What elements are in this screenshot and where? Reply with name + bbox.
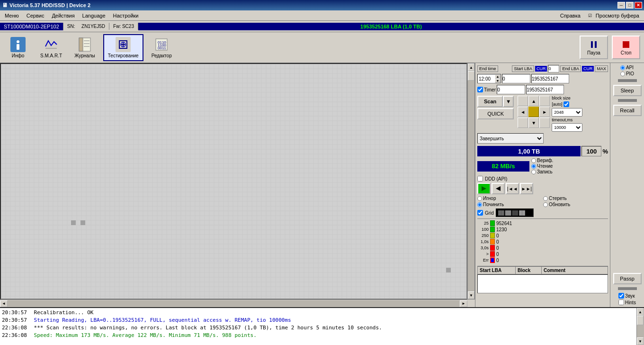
timer-end-input[interactable]	[526, 85, 564, 94]
count-gt: 0	[496, 252, 499, 257]
time-input[interactable]	[478, 74, 495, 83]
menu-item-help[interactable]: Справка	[556, 12, 584, 19]
grid-checkbox[interactable]	[477, 210, 483, 216]
play-icon	[481, 185, 487, 192]
log-scroll-up[interactable]: ▲	[637, 308, 644, 316]
menu-item-service[interactable]: Сервис	[23, 12, 48, 19]
timer-row: Timer	[477, 85, 608, 94]
dir-center-button[interactable]	[528, 107, 539, 117]
block-size-select[interactable]: 2048	[552, 108, 582, 117]
speed-3s-label: 3,0s	[477, 245, 489, 250]
verify-radio[interactable]	[531, 158, 536, 163]
log-scroll-down[interactable]: ▼	[637, 337, 644, 345]
editor-icon: 0110 1100 0011	[154, 37, 169, 52]
erase-radio[interactable]	[543, 196, 548, 201]
sleep-button[interactable]: Sleep	[613, 85, 642, 96]
test-button[interactable]: Тестирование	[103, 34, 143, 61]
direction-pad: ▲ ◄ ► ▼	[518, 96, 550, 128]
maximize-button[interactable]: □	[626, 2, 634, 9]
write-radio[interactable]	[531, 170, 536, 174]
menu-item-settings[interactable]: Настройки	[109, 12, 143, 19]
update-row: Обновить	[543, 202, 608, 207]
start-lba-input[interactable]	[502, 74, 530, 83]
skip-end-button[interactable]: |◄◄	[506, 183, 519, 194]
read-radio[interactable]	[531, 164, 536, 169]
api-label: API	[626, 65, 634, 70]
hscroll-right-button[interactable]: ►	[460, 300, 467, 307]
rewind-button[interactable]	[492, 183, 505, 194]
time-input-group: ▲ ▼	[477, 74, 501, 83]
time-down-button[interactable]: ▼	[495, 79, 501, 83]
timer-checkbox[interactable]	[477, 87, 483, 92]
dir-up-button[interactable]: ▲	[528, 96, 539, 106]
quick-button[interactable]: QUICK	[477, 108, 514, 119]
scroll-thumb[interactable]	[468, 71, 474, 81]
ignore-radio[interactable]	[477, 196, 482, 201]
sound-checkbox[interactable]	[618, 293, 624, 299]
dir-down-button[interactable]: ▼	[528, 118, 539, 128]
time-spinner[interactable]: ▲ ▼	[495, 74, 501, 83]
scroll-track	[468, 71, 474, 291]
cur-label: CUR	[535, 66, 547, 72]
skip-start-button[interactable]: ►►|	[520, 183, 533, 194]
read-row: Чтение	[531, 163, 553, 169]
scan-btn-row: Scan ▼	[477, 96, 514, 107]
editor-button[interactable]: 0110 1100 0011 Редактор	[147, 35, 176, 61]
menu-item-language[interactable]: Language	[79, 12, 109, 19]
hints-checkbox[interactable]	[618, 300, 624, 305]
stat-row-25: 25 952641	[477, 220, 608, 226]
ddd-row: DDD (API)	[477, 176, 608, 182]
speed-display: 82 MB/s	[477, 161, 529, 172]
pio-radio[interactable]	[620, 72, 625, 76]
minimize-button[interactable]: ─	[617, 2, 625, 9]
scroll-down-button[interactable]: ▼	[468, 291, 474, 299]
time-up-button[interactable]: ▲	[495, 74, 501, 79]
info-icon	[10, 37, 26, 52]
ddd-checkbox[interactable]	[477, 176, 483, 182]
log-area: 20:30:57 Recalibration... OK 20:30:57 St…	[0, 307, 644, 345]
update-radio[interactable]	[543, 202, 548, 207]
end-lba-input[interactable]	[531, 74, 569, 83]
start-lba-cur-input[interactable]	[548, 65, 559, 73]
title-text: 🖥 Victoria 5.37 HDD/SSD | Device 2	[2, 2, 90, 9]
auto-checkbox[interactable]	[564, 101, 569, 107]
hscroll-track	[8, 300, 460, 307]
timer-input[interactable]	[497, 85, 525, 94]
play-button[interactable]	[477, 183, 491, 194]
scan-vscroll[interactable]: ▲ ▼	[467, 63, 475, 300]
complete-action-select[interactable]: Завершить Выключить Перезагрузить	[477, 133, 544, 144]
dir-right-button[interactable]: ►	[539, 107, 550, 117]
scan-dropdown-button[interactable]: ▼	[503, 96, 514, 107]
complete-row: Завершить Выключить Перезагрузить	[477, 133, 608, 144]
scan-dirpad-row: Scan ▼ QUICK ▲ ◄ ► ▼	[477, 96, 608, 132]
timeout-select[interactable]: 10000	[552, 123, 582, 132]
log-vscroll[interactable]: ▲ ▼	[636, 308, 644, 345]
fix-radio[interactable]	[477, 202, 482, 207]
recall-button[interactable]: Recall	[613, 105, 642, 116]
ddd-label: DDD (API)	[485, 176, 507, 182]
scan-hscroll[interactable]: ◄ ►	[0, 300, 467, 307]
menu-item-menu[interactable]: Меню	[1, 12, 23, 19]
journal-button[interactable]: Журналы	[70, 35, 99, 61]
passp-button[interactable]: Passp	[613, 273, 642, 284]
svg-rect-23	[1, 64, 466, 299]
hscroll-left-button[interactable]: ◄	[0, 300, 8, 307]
scan-button[interactable]: Scan	[477, 96, 503, 107]
menu-item-buffer[interactable]: Просмотр буфера	[592, 12, 643, 19]
pause-button[interactable]: Пауза	[580, 36, 608, 59]
stop-button[interactable]: Стоп	[612, 36, 640, 59]
dir-left-button[interactable]: ◄	[518, 107, 528, 117]
scroll-up-button[interactable]: ▲	[468, 64, 474, 71]
smart-button[interactable]: S.M.A.R.T	[36, 35, 66, 61]
log-scroll-thumb[interactable]	[637, 316, 644, 325]
scroll-corner	[467, 300, 475, 307]
info-button[interactable]: Инфо	[4, 35, 32, 61]
right-toolbar: Пауза Стоп	[580, 36, 640, 59]
error-col-startlba: Start LBA	[478, 267, 516, 274]
tb-display: 1,00 TB	[477, 146, 581, 156]
close-button[interactable]: ✕	[635, 2, 642, 9]
menu-item-actions[interactable]: Действия	[48, 12, 78, 19]
count-100: 1230	[496, 227, 507, 232]
api-radio[interactable]	[620, 65, 625, 70]
erase-row: Стереть	[543, 196, 608, 201]
